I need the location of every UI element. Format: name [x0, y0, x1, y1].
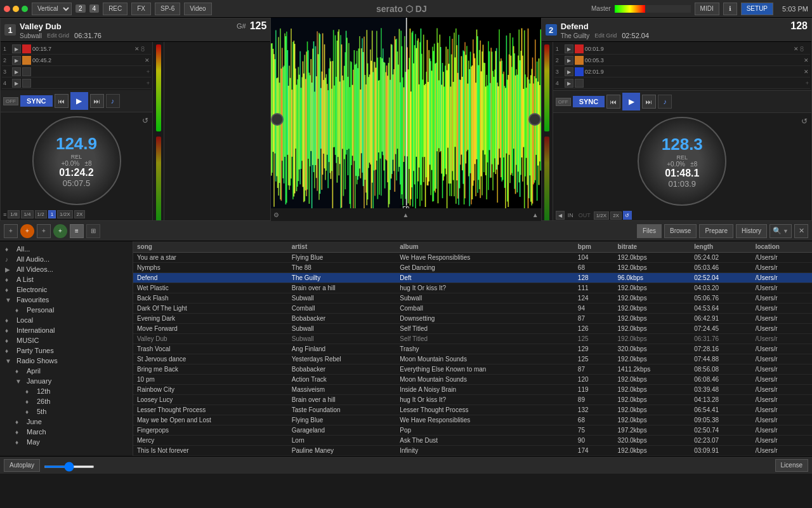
- deck1-sync-btn[interactable]: SYNC: [20, 95, 53, 107]
- hc3-add[interactable]: +: [147, 69, 150, 75]
- col-album[interactable]: album: [396, 241, 574, 253]
- deck2-in-btn[interactable]: ◀: [556, 211, 565, 220]
- d2hc2-play[interactable]: ▶: [565, 56, 573, 65]
- deck-1-edit-grid[interactable]: Edit Grid: [47, 32, 69, 39]
- table-row[interactable]: Trash VocalAng FinlandTrashy129320.0kbps…: [133, 344, 812, 354]
- sidebar-item-music[interactable]: ♦MUSIC: [0, 335, 133, 345]
- sidebar-item-all-audio...[interactable]: ♪All Audio...: [0, 254, 133, 264]
- info-button[interactable]: ℹ: [723, 3, 737, 15]
- deck1-play-btn[interactable]: ▶: [70, 92, 88, 110]
- table-row[interactable]: This Is Not foreverPauline ManeyInfinity…: [133, 446, 812, 456]
- col-bitrate[interactable]: bitrate: [614, 241, 691, 253]
- add-folder-btn[interactable]: +: [37, 224, 51, 238]
- sidebar-item-march[interactable]: ♦March: [0, 427, 133, 437]
- waveform-zoom-icon[interactable]: ⚙: [273, 211, 279, 218]
- table-row[interactable]: FingerpopsGaragelandPop75197.2kbps02:50.…: [133, 425, 812, 436]
- d2hc4-add[interactable]: +: [806, 80, 809, 86]
- table-row[interactable]: Wet PlasticBrain over a hillhug It Or ki…: [133, 283, 812, 293]
- files-btn[interactable]: Files: [637, 224, 662, 238]
- table-row[interactable]: MercyLornAsk The Dust90320.0kbps02:23.07…: [133, 436, 812, 446]
- d2hc3-play[interactable]: ▶: [565, 67, 573, 76]
- deck2-trim-knob[interactable]: [528, 113, 541, 126]
- deck2-platter[interactable]: 128.3 REL +0.0% ±8 01:48.1 01:03.9: [638, 117, 726, 206]
- deck1-reset-icon[interactable]: ↺: [142, 116, 148, 125]
- table-row[interactable]: Valley DubSubwallSelf Titled125192.0kbps…: [133, 334, 812, 344]
- table-row[interactable]: Rainbow CityMassiveismInside A Noisy Bra…: [133, 385, 812, 395]
- sidebar-item-favourites[interactable]: ▼Favourites: [0, 295, 133, 305]
- deck1-off-btn[interactable]: OFF: [3, 97, 18, 105]
- hc2-play[interactable]: ▶: [12, 56, 21, 65]
- deck2-reset-icon[interactable]: ↺: [801, 117, 808, 126]
- license-btn[interactable]: License: [775, 459, 808, 472]
- deck1-platter[interactable]: 124.9 REL +0.0% ±8 01:24.2 05:07.5: [32, 116, 121, 205]
- table-row[interactable]: NymphsThe 88Get Dancing68192.0kbps05:03.…: [133, 263, 812, 273]
- deck2-prev-btn[interactable]: ⏮: [606, 95, 620, 109]
- close-button[interactable]: [4, 6, 10, 12]
- deck2-play-btn[interactable]: ▶: [622, 93, 640, 110]
- scroll-bar[interactable]: [44, 465, 95, 468]
- autoplay-btn[interactable]: Autoplay: [4, 459, 40, 472]
- table-row[interactable]: Evening DarkBobabackerDownsetting87192.0…: [133, 314, 812, 324]
- waveform-up2-icon[interactable]: ▲: [532, 211, 539, 218]
- col-song[interactable]: song: [133, 241, 288, 253]
- sidebar-item-international[interactable]: ♦International: [0, 325, 133, 335]
- d2hc2-remove[interactable]: ✕: [804, 57, 809, 64]
- setup-button[interactable]: SETUP: [741, 3, 773, 15]
- d2hc4-play[interactable]: ▶: [565, 79, 573, 88]
- sidebar-item-april[interactable]: ♦April: [0, 366, 133, 376]
- table-row[interactable]: St Jervous danceYesterdays RebelMoon Mou…: [133, 354, 812, 364]
- hc2-remove[interactable]: ✕: [145, 57, 150, 64]
- deck2-sync-btn[interactable]: SYNC: [573, 96, 605, 107]
- deck1-prev-btn[interactable]: ⏮: [55, 94, 69, 108]
- midi-button[interactable]: MIDI: [695, 3, 719, 15]
- table-row[interactable]: Dark Of The LightComballComball94192.0kb…: [133, 304, 812, 314]
- rec-button[interactable]: REC: [103, 3, 128, 15]
- col-bpm[interactable]: bpm: [574, 241, 614, 253]
- deck2-loop-2x[interactable]: 2X: [610, 211, 622, 220]
- deck-2-edit-grid[interactable]: Edit Grid: [594, 32, 617, 39]
- fx-button[interactable]: FX: [131, 3, 151, 15]
- col-location[interactable]: location: [752, 241, 812, 253]
- video-button[interactable]: Video: [184, 3, 211, 15]
- col-artist[interactable]: artist: [288, 241, 396, 253]
- sidebar-item-all...[interactable]: ♦All...: [0, 244, 133, 254]
- deck1-loop-1-8[interactable]: 1/8: [8, 210, 20, 218]
- table-row[interactable]: Back FlashSubwallSubwall124192.0kbps05:0…: [133, 293, 812, 304]
- sidebar-item-personal[interactable]: ♦Personal: [0, 305, 133, 315]
- deck1-loop-1-4[interactable]: 1/4: [21, 210, 33, 218]
- table-row[interactable]: 10 pmAction TrackMoon Mountain Sounds120…: [133, 375, 812, 385]
- deck1-loop-2x[interactable]: 2X: [74, 210, 86, 218]
- add-green-btn[interactable]: +: [53, 224, 67, 238]
- sidebar-item-january[interactable]: ▼January: [0, 376, 133, 386]
- col-length[interactable]: length: [690, 241, 751, 253]
- sidebar-item-june[interactable]: ♦June: [0, 417, 133, 427]
- browse-btn[interactable]: Browse: [664, 224, 697, 238]
- deck1-loop-half-x[interactable]: 1/2X: [57, 210, 72, 218]
- d2hc1-play[interactable]: ▶: [565, 44, 573, 53]
- table-row[interactable]: Lesser Thought ProcessTaste FoundationLe…: [133, 405, 812, 415]
- sidebar-item-a-list[interactable]: ♦A List: [0, 274, 133, 284]
- list-view-btn[interactable]: ≡: [70, 224, 84, 238]
- deck1-loop-1[interactable]: 1: [48, 210, 56, 218]
- deck-num-2[interactable]: 2: [75, 4, 86, 13]
- deck2-off-btn[interactable]: OFF: [556, 98, 571, 106]
- sidebar-item-12th[interactable]: ♦12th: [0, 386, 133, 396]
- hc1-remove[interactable]: ✕: [134, 46, 140, 52]
- history-btn[interactable]: History: [736, 224, 767, 238]
- deck1-loop-1-2[interactable]: 1/2: [35, 210, 47, 218]
- sidebar-item-all-videos...[interactable]: ▶All Videos...: [0, 264, 133, 274]
- deck2-loop-sync[interactable]: ↺: [623, 211, 632, 220]
- sidebar-item-26th[interactable]: ♦26th: [0, 396, 133, 406]
- table-row[interactable]: May we be Open and LostFlying BlueWe Hav…: [133, 415, 812, 425]
- table-row[interactable]: DefendThe GuiltyDeft12896.0kbps02:52.04/…: [133, 273, 812, 283]
- add-orange-btn[interactable]: +: [20, 224, 34, 238]
- deck2-note-icon[interactable]: ♪: [658, 95, 672, 109]
- waveform-up-icon[interactable]: ▲: [403, 211, 409, 218]
- sidebar-item-electronic[interactable]: ♦Electronic: [0, 284, 133, 295]
- table-row[interactable]: Move ForwardSubwallSelf Titled126192.0kb…: [133, 324, 812, 334]
- grid-view-btn[interactable]: ⊞: [86, 224, 100, 238]
- sidebar-item-5th[interactable]: ♦5th: [0, 406, 133, 417]
- hc3-play[interactable]: ▶: [12, 67, 21, 76]
- table-row[interactable]: Loosey LucyBrain over a hillhug It Or ki…: [133, 395, 812, 405]
- sidebar-item-party-tunes[interactable]: ♦Party Tunes: [0, 345, 133, 356]
